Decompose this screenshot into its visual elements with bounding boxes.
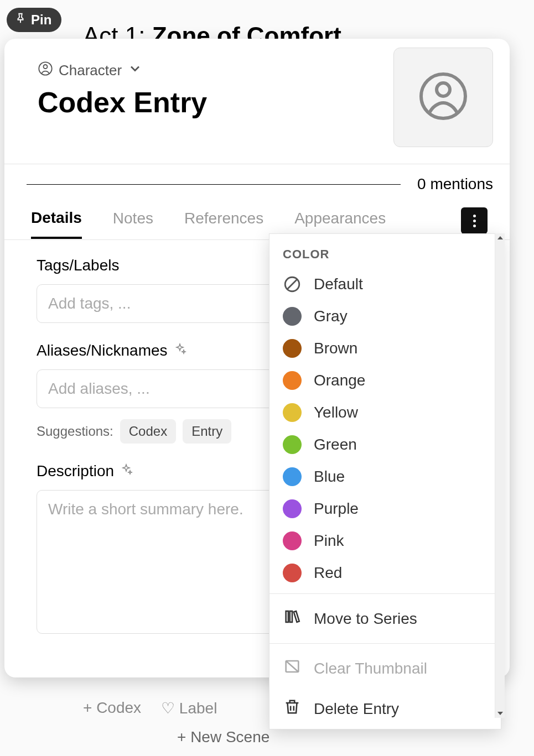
- move-to-series-action[interactable]: Move to Series: [269, 598, 501, 639]
- tab-details[interactable]: Details: [31, 209, 82, 239]
- menu-divider: [269, 643, 501, 644]
- divider-line: [27, 184, 401, 185]
- color-swatch: [283, 339, 302, 358]
- suggestion-chip-codex[interactable]: Codex: [120, 419, 176, 444]
- suggestions-label: Suggestions:: [37, 424, 113, 439]
- background-newscene[interactable]: + New Scene: [177, 728, 269, 746]
- kebab-icon: [472, 213, 477, 228]
- color-swatch: [283, 403, 302, 422]
- color-option-brown[interactable]: Brown: [269, 332, 501, 364]
- mentions-count: 0 mentions: [417, 175, 493, 193]
- color-option-purple[interactable]: Purple: [269, 493, 501, 525]
- background-footer: + Codex ♡ Label: [83, 699, 217, 717]
- color-swatch: [283, 435, 302, 454]
- svg-point-3: [437, 83, 450, 96]
- image-off-icon: [283, 657, 302, 680]
- none-icon: [283, 275, 302, 294]
- avatar-icon: [417, 70, 470, 125]
- color-option-default[interactable]: Default: [269, 268, 501, 300]
- dropdown-scrollbar[interactable]: [495, 233, 505, 718]
- suggestion-chip-entry[interactable]: Entry: [183, 419, 231, 444]
- color-swatch: [283, 499, 302, 518]
- color-swatch: [283, 531, 302, 550]
- entry-title[interactable]: Codex Entry: [38, 86, 207, 119]
- more-menu-dropdown: COLOR Default Gray Brown Orange Yellow G…: [269, 233, 501, 729]
- color-option-gray[interactable]: Gray: [269, 300, 501, 332]
- color-option-orange[interactable]: Orange: [269, 364, 501, 397]
- books-icon: [283, 607, 302, 630]
- color-option-green[interactable]: Green: [269, 429, 501, 461]
- sparkle-icon: [173, 342, 186, 359]
- color-swatch: [283, 307, 302, 326]
- trash-icon: [283, 697, 302, 720]
- color-option-pink[interactable]: Pink: [269, 525, 501, 557]
- color-swatch: [283, 564, 302, 582]
- pin-icon: [14, 12, 27, 28]
- person-icon: [38, 61, 53, 80]
- color-option-red[interactable]: Red: [269, 557, 501, 589]
- entry-type-selector[interactable]: Character: [38, 61, 207, 80]
- clear-thumbnail-action[interactable]: Clear Thumbnail: [269, 648, 501, 689]
- delete-entry-action[interactable]: Delete Entry: [269, 689, 501, 729]
- tab-notes[interactable]: Notes: [113, 210, 153, 237]
- bg-label-chip[interactable]: ♡ Label: [161, 699, 217, 717]
- more-menu-button[interactable]: [461, 207, 488, 234]
- svg-point-1: [44, 65, 48, 69]
- color-swatch: [283, 371, 302, 390]
- color-option-yellow[interactable]: Yellow: [269, 397, 501, 429]
- chevron-down-icon: [127, 61, 143, 80]
- color-section-label: COLOR: [269, 241, 501, 268]
- color-swatch: [283, 467, 302, 486]
- pin-button[interactable]: Pin: [7, 8, 61, 32]
- sparkle-icon: [120, 462, 133, 480]
- color-option-blue[interactable]: Blue: [269, 461, 501, 493]
- menu-divider: [269, 593, 501, 594]
- thumbnail-placeholder[interactable]: [393, 48, 493, 147]
- entry-type-label: Character: [59, 62, 122, 79]
- bg-codex-chip[interactable]: + Codex: [83, 699, 141, 717]
- tab-references[interactable]: References: [184, 210, 263, 237]
